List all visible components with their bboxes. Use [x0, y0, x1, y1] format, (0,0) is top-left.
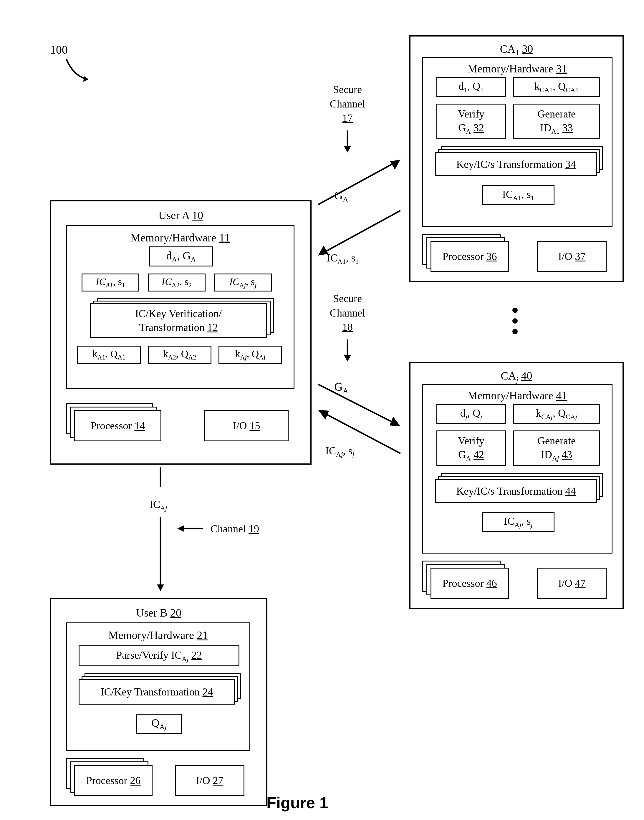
caj-title: CAj 40 — [411, 369, 623, 384]
user-a-mem-ref: 11 — [219, 231, 230, 244]
user-b-io-label: I/O 27 — [196, 774, 224, 787]
ca1-mem-ref: 31 — [556, 63, 567, 75]
arrow-to-caj — [314, 372, 405, 428]
user-a-icver-line1: IC/Key Verification/ — [135, 307, 222, 320]
sc18-line2: Channel — [311, 306, 384, 320]
k-a2-label: kA2, QA2 — [163, 348, 196, 361]
user-a-keys-top: dA, GA — [149, 247, 213, 267]
ca1-dq-box: d1, Q1 — [436, 77, 506, 97]
caj-dq-label: dj, Qj — [460, 407, 482, 421]
caj-io-label: I/O 47 — [558, 577, 586, 590]
user-a-proc-label: Processor 14 — [91, 420, 145, 432]
caj-kq-label: kCAj, QCAj — [536, 407, 577, 421]
user-a-ic2-box: ICA2, s2 — [148, 274, 205, 291]
caj-keytrans-label: Key/IC/s Transformation 44 — [456, 485, 576, 497]
user-b-q-box: QAj — [136, 714, 182, 734]
secure-channel-18: Secure Channel 18 — [311, 291, 384, 334]
caj-mem-text: Memory/Hardware — [468, 389, 553, 402]
ica1-s1-label: ICA1, s1 — [327, 252, 359, 265]
k-aj-label: kAj, QAj — [235, 348, 265, 361]
ca1-gen-line2: IDA1 33 — [540, 121, 573, 136]
user-b-mem-title: Memory/Hardware 21 — [67, 628, 249, 642]
channel-19-label: Channel 19 — [210, 523, 259, 535]
ref-100: 100 — [50, 43, 68, 57]
dot-icon — [512, 308, 518, 313]
ca1-io-label: I/O 37 — [558, 250, 586, 263]
sc17-line2: Channel — [311, 97, 384, 111]
user-a-ic1-box: ICA1, s1 — [81, 274, 139, 291]
caj-ics-box: ICAj, sj — [482, 512, 555, 532]
user-b-title-ref: 20 — [170, 607, 181, 619]
user-a-io-label: I/O 15 — [233, 420, 260, 432]
user-b-processor-stack: Processor 26 — [66, 758, 151, 796]
ca1-kq-box: kCA1, QCA1 — [513, 77, 600, 97]
icaj-sj-label: ICAj, sj — [325, 444, 354, 458]
caj-processor-stack: Processor 46 — [422, 561, 508, 599]
user-a-k1-box: kA1, QA1 — [77, 346, 141, 363]
figure-caption: Figure 1 — [267, 794, 328, 812]
caj-dq-box: dj, Qj — [436, 404, 506, 424]
ca1-ics-box: ICA1, s1 — [482, 185, 555, 205]
ca1-kq-label: kCA1, QCA1 — [534, 80, 579, 94]
icaj-down-label: ICAj — [150, 498, 167, 512]
user-a-icj-box: ICAj, sj — [214, 274, 272, 291]
ca1-gen-box: Generate IDA1 33 — [513, 104, 600, 139]
caj-proc-label: Processor 46 — [443, 577, 497, 590]
ca1-box: CA1 30 Memory/Hardware 31 d1, Q1 kCA1, Q… — [409, 35, 624, 282]
arrow-usera-to-userb — [155, 465, 166, 595]
user-b-memory-box: Memory/Hardware 21 Parse/Verify ICAj 22 … — [66, 622, 250, 751]
user-a-memory-box: Memory/Hardware 11 dA, GA ICA1, s1 ICA2,… — [66, 225, 294, 389]
diagram-canvas: 100 User A 10 Memory/Hardware 11 dA, GA … — [0, 0, 644, 820]
user-a-kj-box: kAj, QAj — [218, 346, 282, 363]
k-a1-label: kA1, QA1 — [92, 348, 126, 361]
svg-line-3 — [318, 162, 396, 205]
ca1-mem-title: Memory/Hardware 31 — [423, 62, 612, 75]
sc17-line1: Secure — [311, 83, 384, 97]
user-b-title: User B 20 — [51, 606, 266, 619]
ca1-proc-label: Processor 36 — [443, 250, 497, 263]
user-a-io-box: I/O 15 — [204, 410, 288, 441]
q-aj-label: QAj — [151, 716, 167, 731]
arrow-from-ca1 — [314, 206, 405, 259]
user-a-processor-stack: Processor 14 — [66, 403, 163, 440]
caj-verify-box: Verify GA 42 — [436, 431, 506, 466]
caj-gen-box: Generate IDAj 43 — [513, 431, 600, 466]
caj-gen-line2: IDAj 43 — [541, 448, 572, 463]
sc18-ref: 18 — [311, 320, 384, 334]
caj-mem-title: Memory/Hardware 41 — [423, 389, 612, 402]
ca1-gen-line1: Generate — [537, 107, 576, 121]
svg-line-9 — [318, 384, 396, 424]
arrow-down-18 — [342, 338, 353, 365]
caj-gen-line1: Generate — [537, 434, 576, 448]
caj-title-ref: 40 — [521, 369, 532, 382]
caj-box: CAj 40 Memory/Hardware 41 dj, Qj kCAj, Q… — [409, 362, 624, 609]
ca1-verify-line1: Verify — [458, 107, 485, 121]
ca1-verify-box: Verify GA 32 — [436, 104, 506, 139]
caj-memory-box: Memory/Hardware 41 dj, Qj kCAj, QCAj Ver… — [422, 384, 612, 553]
ca1-dq-label: d1, Q1 — [458, 80, 483, 94]
user-a-icver-stack: IC/Key Verification/ Transformation 12 — [90, 298, 272, 336]
user-a-title-text: User A — [158, 209, 189, 221]
svg-marker-0 — [83, 76, 88, 82]
secure-channel-17: Secure Channel 17 — [311, 83, 384, 126]
dot-icon — [512, 318, 518, 323]
sc17-ref: 17 — [311, 111, 384, 126]
ca1-mem-text: Memory/Hardware — [468, 63, 553, 75]
user-b-ictrans-stack: IC/Key Transformation 24 — [79, 673, 241, 703]
user-b-parse-box: Parse/Verify ICAj 22 — [79, 645, 239, 666]
vertical-dots — [512, 308, 518, 334]
ca1-title-ref: 30 — [522, 43, 533, 55]
caj-title-text: CAj — [501, 369, 518, 382]
svg-marker-8 — [344, 355, 351, 362]
caj-io-box: I/O 47 — [537, 568, 607, 599]
caj-ics-label: ICAj, sj — [504, 515, 533, 529]
svg-marker-12 — [318, 410, 329, 420]
arrow-down-17 — [342, 129, 353, 155]
caj-verify-line1: Verify — [458, 434, 485, 448]
user-a-box: User A 10 Memory/Hardware 11 dA, GA ICA1… — [50, 200, 311, 464]
ic-aj-label: ICAj, sj — [229, 276, 256, 289]
ca1-keytrans-stack: Key/IC/s Transformation 34 — [435, 146, 603, 174]
user-a-title-ref: 10 — [192, 209, 203, 221]
caj-mem-ref: 41 — [556, 389, 567, 402]
svg-marker-17 — [177, 525, 184, 532]
